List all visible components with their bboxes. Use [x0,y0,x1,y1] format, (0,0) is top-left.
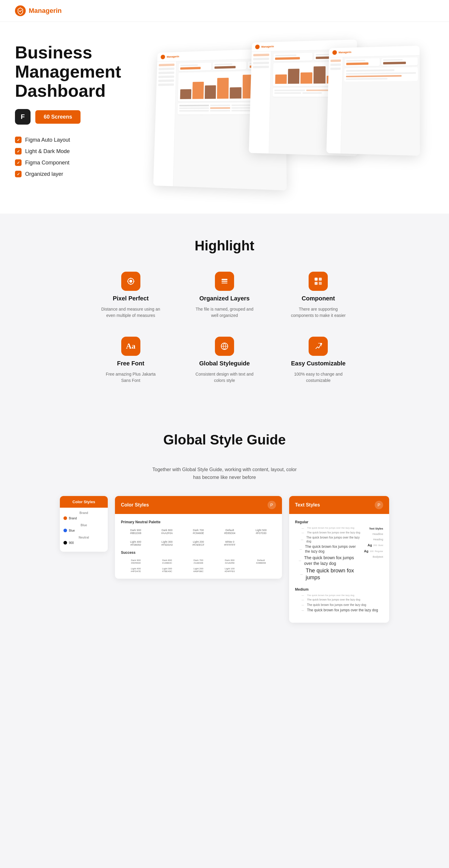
brand-section: Brand Brand [63,511,104,520]
swatch-label-3: Dark 700#C8460E [193,529,204,535]
highlight-card-easy-customizable: Easy Customizable 100% easy to change an… [278,337,359,384]
success-swatch-7: Light 300#7BE49C [152,567,182,573]
success-swatch-empty [246,567,276,573]
swatch-4: Default#E85D04 [215,528,245,535]
text-styles-body: Regular — The quick brown fox jumps over… [289,514,389,623]
text-styles-card: Text Styles P Regular — The quick brown … [289,496,389,623]
brand-item: Brand [63,516,104,520]
easy-customizable-desc: 100% easy to change and costumizable [288,371,348,384]
free-font-name: Free Font [117,360,144,367]
free-font-desc: Free amazing Plus Jakarta Sans Font [101,371,161,384]
svg-rect-7 [222,279,227,280]
color-styles-header: Color Styles P [115,496,282,514]
primary-palette-label: Primary Neutral Palette [121,520,276,524]
swatch-1: Dark 900#8B1D08 [121,528,151,535]
regular-section: Regular — The quick brown fox jumps over… [295,520,383,582]
medium-label: Medium [295,587,383,592]
success-label-5: Default#28BE68 [256,559,266,564]
highlight-title: Highlight [15,238,434,254]
ts-ag-100-size: 100 [370,550,374,553]
pixel-perfect-desc: Distance and measure using an even multi… [101,306,161,319]
medium-sample-1: — The quick brown fox jumps over the laz… [295,594,383,597]
global-styleguide-desc: Consistent design with text and colors s… [195,371,254,384]
blue-item: Blue [63,529,104,532]
swatch-label-7: Light 300#F5D0A0 [161,540,173,546]
text-sample-row-4: — The quick brown fox jumps over the laz… [295,545,361,554]
swatch-2: Dark 800#AA2F0A [152,528,182,535]
mockup-right: Managerin [326,45,420,156]
ts-right-label-heading: Heading [373,538,383,541]
highlight-grid-row2: Aa Free Font Free amazing Plus Jakarta S… [90,337,359,384]
color-styles-card: Color Styles P Primary Neutral Palette D… [115,496,282,579]
text-sample-row-1: — The quick brown fox jumps over the laz… [295,527,361,530]
organized-layers-desc: The file is named, grouped and well orga… [195,306,254,319]
medium-text-1: The quick brown fox jumps over the lazy … [307,594,354,597]
blue-section: Blue Blue [63,524,104,532]
highlight-card-global-styleguide: Global Styleguide Consistent design with… [184,337,265,384]
brand-color-dot [63,516,67,520]
neutral-item: 900 [63,541,104,545]
hero-badges: F 60 Screens [15,109,141,125]
success-label-1: Dark 900#0D5630 [131,559,141,564]
style-guide-mockups: Color Styles Brand Brand Blue Blue [60,496,389,623]
mockup-container: Managerin [153,40,434,195]
swatch-label-8: Light 200#FAEECF [192,540,204,546]
check-icon-3 [15,159,22,166]
figma-badge: F [15,109,31,125]
success-label-9: Light 100#D4FFE0 [224,567,235,573]
text-sample-row-6: — The quick brown fox jumps [295,567,361,581]
text-sample-row-3: — The quick brown fox jumps over the laz… [295,535,361,543]
color-styles-body: Primary Neutral Palette Dark 900#8B1D08 … [115,514,282,579]
text-sample-5: The quick brown fox jumps over the lazy … [304,555,361,566]
highlight-card-component: Component There are supporting component… [278,272,359,319]
color-sidebar-header: Color Styles [60,496,108,508]
text-sample-3: The quick brown fox jumps over the lazy … [306,535,361,543]
success-section: Success Dark 900#0D5630 Dark 800#136B3C [121,551,276,573]
highlight-card-free-font: Aa Free Font Free amazing Plus Jakarta S… [90,337,171,384]
ts-ag-200-size: 200 [373,544,377,547]
success-swatch-9: Light 100#D4FFE0 [215,567,245,573]
text-styles-title: Text Styles [295,502,320,508]
text-sample-row-5: — The quick brown fox jumps over the laz… [295,555,361,566]
swatch-6: Light 400#F08050 [121,539,151,546]
component-desc: There are supporting components to make … [288,306,348,319]
swatch-label-4: Default#E85D04 [224,529,235,535]
svg-rect-12 [315,282,318,285]
success-label-7: Light 300#7BE49C [162,567,172,573]
highlight-section: Highlight Pixel Perfect Distance and mea… [0,214,449,408]
highlight-grid-row1: Pixel Perfect Distance and measure using… [90,272,359,319]
check-icon-1 [15,136,22,143]
global-styleguide-name: Global Styleguide [199,360,250,367]
component-icon [309,272,328,291]
text-styles-parachute-icon: P [375,501,383,509]
ts-ag-100: Ag [364,549,368,553]
check-icon-4 [15,171,22,177]
text-sample-4: The quick brown fox jumps over the lazy … [305,545,361,554]
organized-layers-name: Organized Layers [199,295,250,302]
screens-badge[interactable]: 60 Screens [35,110,81,124]
check-icon-2 [15,148,22,155]
swatch-7: Light 300#F5D0A0 [152,539,182,546]
medium-sample-4: — The quick brown fox jumps over the laz… [295,608,383,613]
feature-item-3: Figma Component [15,159,141,166]
success-label-8: Light 200#A8F0BC [193,567,203,573]
text-sample-1: The quick brown fox jumps over the lazy … [307,527,354,530]
header: Managerin [0,0,449,22]
medium-sample-3: — The quick brown fox jumps over the laz… [295,603,383,607]
swatch-8: Light 200#FAEECF [184,539,213,546]
success-swatch-4: Dark 600#21A058 [215,558,245,564]
success-swatch-3: Dark 700#1A8348 [184,558,214,564]
feature-item-4: Organized layer [15,171,141,177]
svg-rect-11 [319,278,322,281]
svg-rect-8 [222,281,227,282]
ts-ag-200-weight: Bold [378,544,383,547]
success-swatch-6: Light 400#4FD47E [121,567,151,573]
color-sidebar-body: Brand Brand Blue Blue Neutral [60,508,108,552]
ts-right-label-bodytext: Bodytext [373,555,383,558]
color-sidebar-panel: Color Styles Brand Brand Blue Blue [60,496,108,552]
component-name: Component [302,295,335,302]
organized-layers-icon [215,272,234,291]
regular-label: Regular [295,520,383,524]
hero-title: Business Management Dashboard [15,43,141,100]
ts-right-label-title: Text Styles [369,527,383,530]
